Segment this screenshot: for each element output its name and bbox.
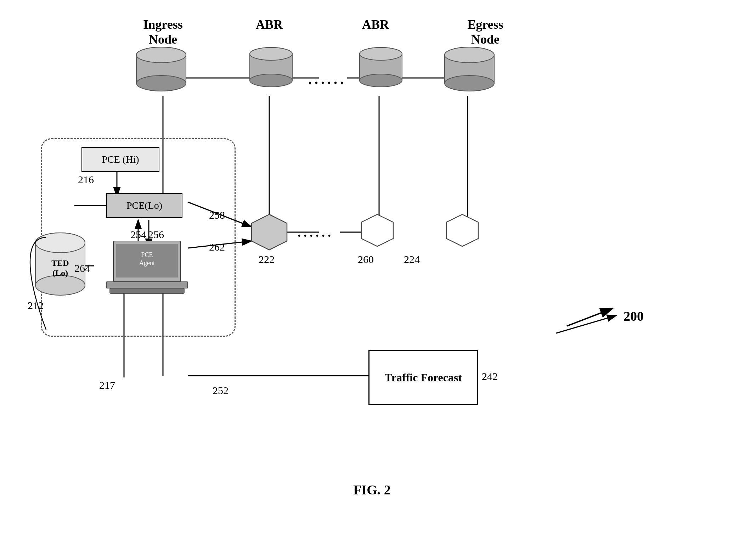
abr1-cylinder (248, 46, 294, 89)
abr1-label: ABR (252, 17, 287, 32)
pce-hi-box: PCE (Hi) (81, 147, 159, 172)
ref-262: 262 (209, 241, 225, 253)
svg-rect-55 (110, 288, 184, 293)
pce-agent-laptop: PCE Agent (106, 241, 188, 299)
ref-217: 217 (99, 379, 115, 391)
svg-point-42 (360, 74, 402, 87)
svg-line-67 (556, 315, 616, 333)
abr2-label: ABR (358, 17, 393, 32)
traffic-forecast-box: Traffic Forecast (368, 350, 478, 405)
egress-node-label: EgressNode (453, 17, 517, 47)
traffic-forecast-label: Traffic Forecast (385, 371, 462, 384)
ref-258: 258 (209, 209, 225, 221)
svg-point-61 (35, 233, 85, 253)
abr2-cylinder (358, 46, 404, 89)
svg-line-24 (567, 308, 613, 326)
svg-point-60 (35, 275, 85, 295)
hex-222 (248, 213, 290, 253)
egress-node-cylinder (443, 46, 496, 92)
svg-point-31 (136, 47, 186, 63)
ref-252: 252 (213, 385, 229, 397)
ref-242: 242 (482, 370, 498, 382)
svg-point-48 (445, 75, 494, 91)
ingress-node-cylinder (135, 46, 188, 92)
pce-hi-label: PCE (Hi) (102, 154, 139, 165)
svg-marker-65 (361, 214, 393, 246)
svg-point-43 (360, 47, 402, 60)
ref-224: 224 (404, 253, 420, 265)
dots-top: ...... (308, 71, 346, 88)
ref-256: 256 (148, 229, 164, 241)
svg-text:Agent: Agent (139, 259, 155, 267)
ref-260: 260 (358, 253, 374, 265)
hex-224 (443, 213, 482, 250)
ingress-node-label: Ingress Node (131, 17, 195, 47)
ref-254: 254 (130, 229, 146, 241)
svg-text:(Lo): (Lo) (52, 268, 68, 278)
svg-rect-54 (106, 282, 188, 288)
svg-text:PCE: PCE (141, 251, 153, 258)
hex-260 (358, 213, 397, 250)
svg-marker-64 (252, 214, 287, 250)
svg-point-36 (250, 74, 292, 87)
svg-point-37 (250, 47, 292, 60)
pce-lo-box: PCE(Lo) (106, 193, 182, 218)
fig-caption: FIG. 2 (319, 482, 425, 498)
diagram: Ingress Node ABR ABR EgressNode ...... (0, 0, 756, 538)
svg-point-49 (445, 47, 494, 63)
ref-222: 222 (259, 253, 275, 265)
dots-middle: ...... (298, 225, 334, 240)
svg-marker-68 (446, 214, 478, 246)
ref-212: 212 (28, 299, 44, 312)
svg-text:TED: TED (51, 258, 69, 268)
ref-200: 200 (624, 308, 644, 324)
ref-216: 216 (78, 174, 94, 186)
pce-lo-label: PCE(Lo) (126, 200, 162, 211)
svg-point-30 (136, 75, 186, 91)
ref-264: 264 (74, 262, 90, 274)
